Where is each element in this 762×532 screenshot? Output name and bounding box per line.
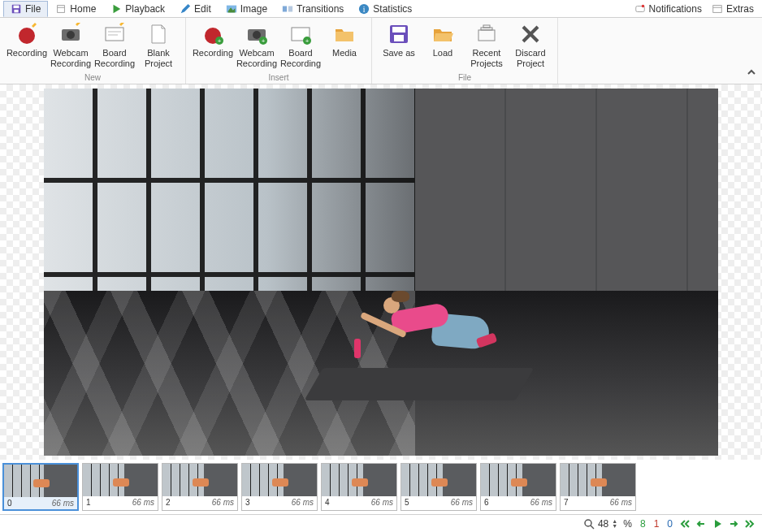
tab-transitions[interactable]: Transitions (275, 1, 351, 17)
svg-rect-37 (483, 25, 490, 28)
new-blank-button[interactable]: Blank Project (136, 21, 180, 71)
frame-duration: 66 ms (530, 498, 552, 507)
go-prev-icon[interactable] (695, 518, 707, 530)
frame-duration: 66 ms (132, 498, 154, 507)
frames-timeline: 066 ms166 ms266 ms366 ms466 ms566 ms666 … (0, 460, 762, 514)
tab-label: Image (240, 3, 267, 15)
zoom-unit: % (621, 518, 634, 530)
recent-icon (475, 23, 498, 45)
transition-icon (282, 3, 293, 15)
frame-thumbnail[interactable]: 466 ms (321, 463, 397, 511)
home-icon (55, 3, 67, 15)
frame-thumbnail[interactable]: 366 ms (241, 463, 318, 511)
svg-line-41 (591, 526, 594, 529)
status-count-a: 8 (639, 518, 647, 530)
svg-point-13 (641, 4, 644, 7)
play-icon (110, 3, 122, 15)
frame-image (83, 464, 158, 496)
tab-statistics[interactable]: i Statistics (351, 1, 419, 17)
load-button[interactable]: Load (421, 21, 465, 71)
insert-media-button[interactable]: Media (323, 21, 366, 71)
frame-thumbnail[interactable]: 566 ms (400, 463, 477, 511)
frame-image (322, 464, 396, 496)
frame-index: 5 (405, 498, 409, 507)
frame-index: 7 (564, 498, 569, 507)
btn-label: Blank Project (136, 48, 180, 69)
group-label: New (84, 73, 101, 82)
frame-duration: 66 ms (292, 498, 314, 507)
frame-image (162, 464, 237, 496)
webcam-icon (59, 23, 82, 45)
insert-board-button[interactable]: + Board Recording (279, 21, 323, 71)
frame-thumbnail[interactable]: 166 ms (82, 463, 158, 511)
record-icon: + (201, 23, 224, 45)
new-recording-button[interactable]: Recording (5, 21, 49, 71)
new-board-button[interactable]: Board Recording (93, 21, 136, 71)
svg-rect-9 (288, 6, 292, 11)
btn-label: Recording (6, 48, 47, 58)
svg-marker-5 (114, 4, 121, 13)
frame-meta: 666 ms (481, 496, 556, 508)
save-as-button[interactable]: Save as (377, 21, 421, 71)
btn-label: Webcam Recording (235, 48, 279, 69)
go-first-icon[interactable] (679, 518, 691, 530)
frame-image (401, 464, 476, 496)
extras-label: Extras (726, 3, 754, 15)
play-icon[interactable] (712, 518, 723, 530)
discard-project-button[interactable]: Discard Project (509, 21, 552, 71)
pencil-icon (180, 3, 191, 15)
frame-thumbnail[interactable]: 066 ms (2, 463, 79, 511)
svg-rect-33 (392, 27, 405, 32)
group-label: File (458, 73, 471, 82)
recent-projects-button[interactable]: Recent Projects (465, 21, 509, 71)
svg-point-16 (19, 28, 35, 44)
insert-webcam-button[interactable]: + Webcam Recording (235, 21, 279, 71)
frame-meta: 566 ms (401, 496, 476, 508)
frame-image (4, 465, 77, 497)
frame-index: 4 (325, 498, 330, 507)
extras-icon (712, 3, 723, 15)
frame-meta: 066 ms (4, 497, 77, 509)
frame-meta: 766 ms (561, 496, 635, 508)
zoom-control: 48 ▲▼ % (583, 518, 634, 530)
tab-edit[interactable]: Edit (172, 1, 219, 17)
frame-thumbnail[interactable]: 766 ms (560, 463, 636, 511)
zoom-stepper[interactable]: ▲▼ (612, 519, 620, 529)
record-icon (15, 23, 38, 45)
notifications-button[interactable]: Notifications (630, 2, 707, 16)
status-bar: 48 ▲▼ % 8 1 0 (0, 514, 762, 532)
preview-canvas[interactable] (0, 84, 762, 460)
frame-image (481, 464, 556, 496)
new-webcam-button[interactable]: Webcam Recording (49, 21, 93, 71)
frame-meta: 366 ms (242, 496, 317, 508)
btn-label: Board Recording (279, 48, 323, 69)
frame-duration: 66 ms (610, 498, 632, 507)
go-next-icon[interactable] (728, 518, 739, 530)
btn-label: Board Recording (93, 48, 136, 69)
frame-thumbnail[interactable]: 666 ms (480, 463, 556, 511)
tab-label: File (25, 3, 41, 15)
svg-rect-2 (14, 9, 18, 12)
tab-label: Edit (194, 3, 211, 15)
insert-recording-button[interactable]: + Recording (191, 21, 235, 71)
tab-image[interactable]: Image (219, 1, 275, 17)
extras-button[interactable]: Extras (707, 2, 759, 16)
btn-label: Media (332, 48, 357, 58)
tab-label: Transitions (297, 3, 344, 15)
tab-home[interactable]: Home (48, 1, 103, 17)
svg-point-26 (253, 31, 261, 39)
svg-point-18 (67, 31, 75, 39)
svg-rect-1 (14, 5, 19, 8)
tab-file[interactable]: File (3, 1, 48, 17)
tab-playback[interactable]: Playback (103, 1, 172, 17)
go-last-icon[interactable] (744, 518, 756, 530)
ribbon-group-new: Recording Webcam Recording Board Recordi… (0, 18, 186, 84)
frame-index: 1 (86, 498, 91, 507)
ribbon: Recording Webcam Recording Board Recordi… (0, 18, 762, 84)
blank-icon (147, 23, 170, 45)
magnifier-icon[interactable] (583, 518, 595, 530)
board-icon: + (289, 23, 312, 45)
ribbon-collapse-button[interactable] (746, 67, 757, 80)
svg-text:+: + (305, 37, 310, 45)
frame-thumbnail[interactable]: 266 ms (162, 463, 238, 511)
